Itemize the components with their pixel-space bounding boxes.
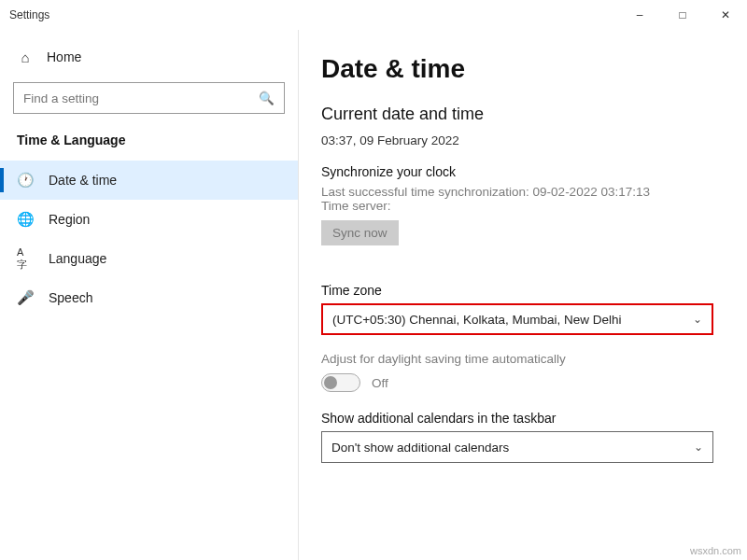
sidebar-item-language[interactable]: A字 Language (0, 239, 298, 278)
timezone-label: Time zone (321, 283, 725, 298)
page-title: Date & time (321, 54, 725, 84)
sidebar-item-speech[interactable]: 🎤 Speech (0, 278, 298, 317)
additional-calendars-value: Don't show additional calendars (331, 441, 509, 455)
current-datetime-value: 03:37, 09 February 2022 (321, 133, 725, 147)
home-icon: ⌂ (17, 49, 34, 65)
window-controls: – □ ✕ (618, 0, 747, 30)
globe-icon: 🌐 (17, 211, 34, 228)
sidebar-item-label: Region (49, 212, 90, 227)
timezone-dropdown[interactable]: (UTC+05:30) Chennai, Kolkata, Mumbai, Ne… (321, 303, 713, 335)
sync-last-line: Last successful time synchronization: 09… (321, 185, 725, 199)
dst-toggle[interactable] (321, 373, 360, 392)
titlebar: Settings – □ ✕ (0, 0, 747, 30)
language-icon: A字 (17, 250, 34, 267)
sync-server-line: Time server: (321, 199, 725, 213)
search-input[interactable]: Find a setting 🔍 (13, 82, 285, 114)
sidebar-item-date-time[interactable]: 🕐 Date & time (0, 161, 298, 200)
chevron-down-icon: ⌄ (694, 441, 703, 454)
main-content: Date & time Current date and time 03:37,… (299, 30, 747, 560)
sidebar-item-region[interactable]: 🌐 Region (0, 200, 298, 239)
search-placeholder: Find a setting (23, 91, 259, 105)
sidebar: ⌂ Home Find a setting 🔍 Time & Language … (0, 30, 299, 560)
sidebar-section-title: Time & Language (0, 127, 298, 161)
dst-state: Off (372, 376, 388, 390)
microphone-icon: 🎤 (17, 289, 34, 306)
current-datetime-heading: Current date and time (321, 105, 725, 124)
minimize-button[interactable]: – (618, 0, 661, 30)
additional-calendars-dropdown[interactable]: Don't show additional calendars ⌄ (321, 431, 713, 463)
sidebar-item-label: Language (49, 251, 106, 266)
sync-now-button[interactable]: Sync now (321, 220, 399, 245)
sidebar-item-label: Speech (49, 290, 92, 305)
chevron-down-icon: ⌄ (693, 313, 702, 326)
close-button[interactable]: ✕ (704, 0, 747, 30)
search-icon: 🔍 (259, 91, 275, 105)
sync-heading: Synchronize your clock (321, 164, 725, 179)
timezone-value: (UTC+05:30) Chennai, Kolkata, Mumbai, Ne… (332, 313, 622, 327)
maximize-button[interactable]: □ (661, 0, 704, 30)
additional-calendars-label: Show additional calendars in the taskbar (321, 411, 725, 426)
window-title: Settings (9, 8, 49, 21)
clock-icon: 🕐 (17, 172, 34, 189)
nav-home[interactable]: ⌂ Home (0, 39, 298, 75)
watermark: wsxdn.com (690, 545, 741, 556)
sidebar-item-label: Date & time (49, 173, 117, 188)
dst-label: Adjust for daylight saving time automati… (321, 352, 725, 366)
nav-home-label: Home (47, 49, 81, 64)
